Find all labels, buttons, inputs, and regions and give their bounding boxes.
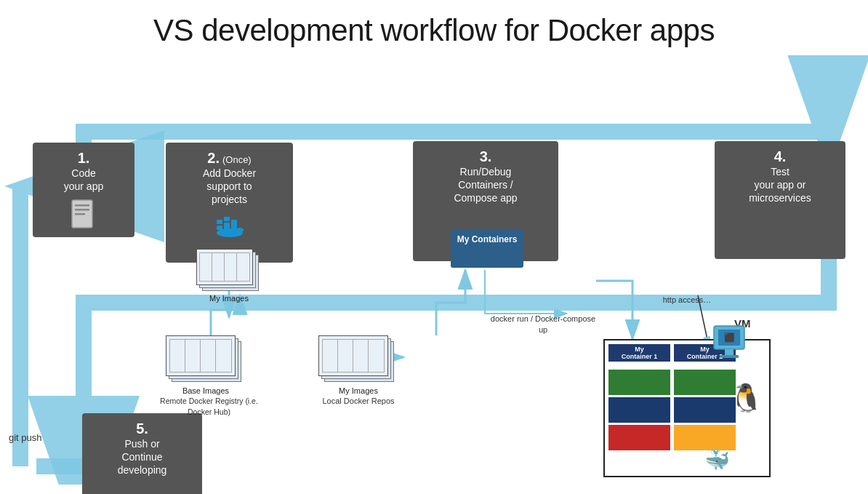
base-images-stack: Base Images xyxy=(166,335,246,395)
docker-run-label: docker run / Docker-compose up xyxy=(489,314,598,336)
step-4-box: 4. Testyour app ormicroservices xyxy=(715,141,845,259)
svg-rect-20 xyxy=(720,355,739,358)
diagram-area: 1. Codeyour app 2. (Once) Add Dockersupp… xyxy=(0,55,868,485)
svg-rect-11 xyxy=(231,220,237,230)
svg-rect-12 xyxy=(217,220,222,224)
docker-icon xyxy=(214,212,246,239)
svg-rect-6 xyxy=(75,204,89,207)
svg-rect-8 xyxy=(75,213,85,215)
step-2-label: Add Dockersupport toprojects xyxy=(172,167,287,207)
my-containers-label: My Containers xyxy=(457,234,518,244)
step-1-label: Codeyour app xyxy=(39,167,129,193)
my-containers-box: My Containers xyxy=(451,230,523,268)
svg-rect-13 xyxy=(224,217,230,221)
my-images-stack-local: My Images xyxy=(318,335,398,395)
step-5-number: 5. xyxy=(88,421,196,437)
container-1-label: MyContainer 1 xyxy=(608,344,670,362)
svg-text:⬛: ⬛ xyxy=(724,332,735,343)
my-images-top-label: My Images xyxy=(196,294,262,303)
docker-whale-vm-icon: 🐳 xyxy=(704,448,730,472)
step-3-label: Run/DebugContainers /Compose app xyxy=(419,165,552,205)
vm-monitor-icon: ⬛ xyxy=(712,324,752,361)
step-5-label: Push orContinuedeveloping xyxy=(88,437,196,477)
git-push-label: git push xyxy=(9,432,42,443)
step-2-number: 2. xyxy=(207,150,220,167)
svg-rect-7 xyxy=(75,209,89,211)
my-images-stack-top: My Images xyxy=(196,249,262,303)
step-2-box: 2. (Once) Add Dockersupport toprojects xyxy=(166,143,293,263)
step-4-label: Testyour app ormicroservices xyxy=(720,165,840,205)
step-3-number: 3. xyxy=(419,148,552,165)
step-4-number: 4. xyxy=(720,148,840,165)
document-icon xyxy=(71,199,97,229)
step-1-number: 1. xyxy=(39,150,129,167)
linux-penguin-icon: 🐧 xyxy=(729,384,763,412)
svg-rect-19 xyxy=(725,349,734,355)
my-images-local-label: My Images xyxy=(318,386,398,395)
main-title: VS development workflow for Docker apps xyxy=(0,0,868,55)
base-images-label: Base Images xyxy=(166,386,246,395)
step-5-box: 5. Push orContinuedeveloping xyxy=(82,413,202,494)
http-access-label: http access… xyxy=(658,295,716,304)
registry-label: Remote Docker Registry (i.e. Docker Hub) xyxy=(156,396,262,417)
step-2-once: (Once) xyxy=(222,154,252,165)
step-1-box: 1. Codeyour app xyxy=(33,143,134,237)
svg-point-15 xyxy=(236,228,244,232)
svg-rect-9 xyxy=(217,226,222,230)
local-repos-label: Local Docker Repos xyxy=(318,396,398,407)
